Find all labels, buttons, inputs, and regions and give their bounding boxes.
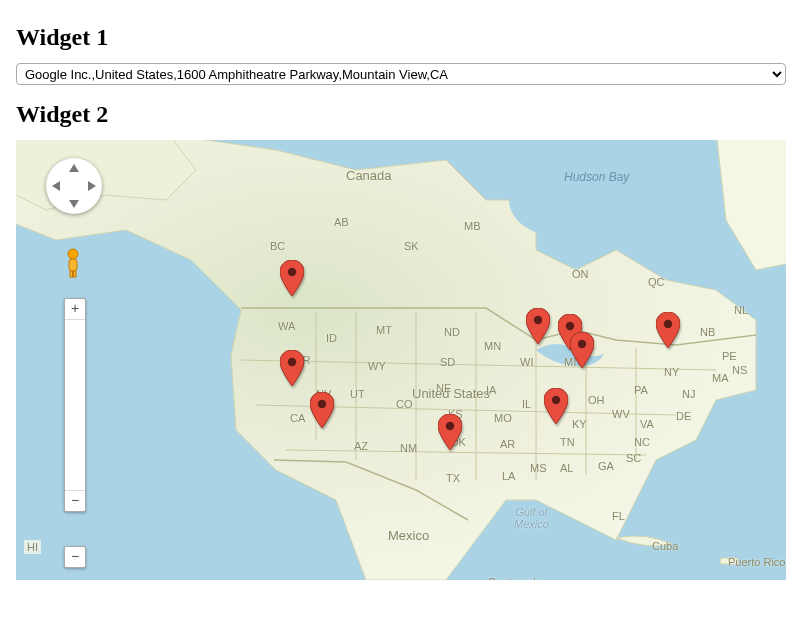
svg-point-8	[578, 340, 586, 348]
svg-rect-12	[69, 259, 77, 271]
marker-nca[interactable]	[280, 350, 304, 386]
svg-point-9	[552, 396, 560, 404]
zoom-out-button[interactable]: −	[65, 491, 85, 511]
svg-point-2	[288, 268, 296, 276]
marker-sca[interactable]	[310, 392, 334, 428]
label-hi: HI	[24, 540, 41, 554]
svg-rect-0	[720, 558, 738, 564]
zoom-control: + −	[64, 298, 86, 512]
marker-wa[interactable]	[280, 260, 304, 296]
map-land-svg	[16, 140, 786, 580]
marker-wi[interactable]	[526, 308, 550, 344]
svg-point-11	[68, 249, 78, 259]
widget1-title: Widget 1	[16, 24, 795, 51]
svg-point-4	[318, 400, 326, 408]
widget2-title: Widget 2	[16, 101, 795, 128]
map-canvas[interactable]: Canada United States Mexico Hudson Bay G…	[16, 140, 786, 580]
svg-point-1	[509, 162, 619, 238]
address-select-wrap: Google Inc.,United States,1600 Amphithea…	[16, 63, 786, 85]
svg-point-7	[566, 322, 574, 330]
marker-tn[interactable]	[544, 388, 568, 424]
marker-tx[interactable]	[438, 414, 462, 450]
marker-ny[interactable]	[656, 312, 680, 348]
zoom-slider-track[interactable]	[65, 319, 85, 491]
svg-point-5	[446, 422, 454, 430]
svg-point-10	[664, 320, 672, 328]
svg-point-6	[534, 316, 542, 324]
zoom-reset-button[interactable]: −	[64, 546, 86, 568]
pan-control	[46, 158, 102, 214]
svg-point-3	[288, 358, 296, 366]
address-select[interactable]: Google Inc.,United States,1600 Amphithea…	[16, 63, 786, 85]
pan-up-button[interactable]	[69, 164, 79, 172]
pan-left-button[interactable]	[52, 181, 60, 191]
pan-right-button[interactable]	[88, 181, 96, 191]
streetview-pegman[interactable]	[62, 248, 84, 278]
svg-rect-14	[74, 271, 77, 277]
svg-rect-13	[70, 271, 73, 277]
marker-mi2[interactable]	[570, 332, 594, 368]
pan-down-button[interactable]	[69, 200, 79, 208]
zoom-in-button[interactable]: +	[65, 299, 85, 319]
